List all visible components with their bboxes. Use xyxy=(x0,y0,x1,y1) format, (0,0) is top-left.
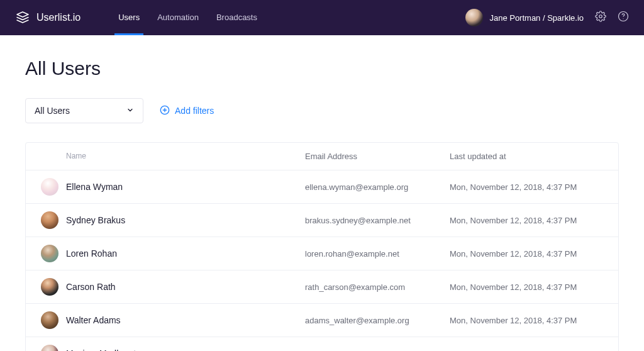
user-avatar xyxy=(41,311,58,329)
segment-dropdown[interactable]: All Users xyxy=(25,98,143,123)
user-avatar xyxy=(41,211,58,229)
filter-bar: All Users Add filters xyxy=(25,98,619,123)
user-updated: Mon, November 12, 2018, 4:37 PM xyxy=(450,182,603,192)
user-updated: Mon, November 12, 2018, 4:37 PM xyxy=(450,282,603,292)
topbar-right: Jane Portman / Sparkle.io xyxy=(465,9,629,26)
current-user-label: Jane Portman / Sparkle.io xyxy=(489,13,584,23)
user-email: ellena.wyman@example.org xyxy=(305,182,450,192)
app-logo[interactable]: Userlist.io xyxy=(15,10,80,25)
segment-dropdown-label: All Users xyxy=(35,106,70,116)
nav-users[interactable]: Users xyxy=(118,0,140,35)
main-content: All Users All Users Add filters xyxy=(0,35,644,351)
nav-automation[interactable]: Automation xyxy=(157,0,199,35)
user-email: loren.rohan@example.net xyxy=(305,249,450,259)
user-email: brakus.sydney@example.net xyxy=(305,216,450,225)
user-avatar xyxy=(41,345,58,351)
current-user-menu[interactable]: Jane Portman / Sparkle.io xyxy=(465,9,584,26)
gear-icon xyxy=(595,11,606,25)
table-row[interactable]: Sydney Brakus brakus.sydney@example.net … xyxy=(26,204,618,237)
table-header: Name Email Address Last updated at xyxy=(26,143,618,170)
user-updated: Mon, November 12, 2018, 4:37 PM xyxy=(450,349,603,352)
user-avatar xyxy=(41,278,58,296)
stack-icon xyxy=(15,10,30,25)
user-name: Sydney Brakus xyxy=(66,215,305,225)
add-filters-button[interactable]: Add filters xyxy=(160,105,214,117)
svg-point-0 xyxy=(599,15,602,18)
user-email: rath_carson@example.com xyxy=(305,282,450,292)
user-name: Walter Adams xyxy=(66,315,305,325)
column-header-updated[interactable]: Last updated at xyxy=(450,152,603,161)
help-icon xyxy=(618,11,629,25)
help-button[interactable] xyxy=(618,11,629,25)
table-row[interactable]: Maximo Medhurst maximo_medhurst@example.… xyxy=(26,337,618,351)
nav-broadcasts[interactable]: Broadcasts xyxy=(216,0,257,35)
user-email: adams_walter@example.org xyxy=(305,316,450,325)
chevron-down-icon xyxy=(126,106,134,116)
svg-point-2 xyxy=(623,18,623,19)
user-updated: Mon, November 12, 2018, 4:37 PM xyxy=(450,316,603,325)
user-avatar xyxy=(41,245,58,262)
settings-button[interactable] xyxy=(595,11,606,25)
user-name: Maximo Medhurst xyxy=(66,348,305,351)
topbar: Userlist.io Users Automation Broadcasts … xyxy=(0,0,644,35)
user-email: maximo_medhurst@example.com xyxy=(305,349,450,352)
user-name: Carson Rath xyxy=(66,282,305,292)
current-user-avatar xyxy=(465,9,483,26)
user-name: Loren Rohan xyxy=(66,248,305,259)
user-name: Ellena Wyman xyxy=(66,182,305,192)
table-row[interactable]: Ellena Wyman ellena.wyman@example.org Mo… xyxy=(26,170,618,204)
table-row[interactable]: Loren Rohan loren.rohan@example.net Mon,… xyxy=(26,237,618,270)
user-updated: Mon, November 12, 2018, 4:37 PM xyxy=(450,249,603,259)
users-table: Name Email Address Last updated at Ellen… xyxy=(25,142,619,351)
column-header-name[interactable]: Name xyxy=(66,152,305,161)
page-title: All Users xyxy=(25,58,619,79)
plus-circle-icon xyxy=(160,105,170,117)
user-updated: Mon, November 12, 2018, 4:37 PM xyxy=(450,216,603,225)
column-header-email[interactable]: Email Address xyxy=(305,152,450,161)
brand-name: Userlist.io xyxy=(36,12,80,23)
table-row[interactable]: Carson Rath rath_carson@example.com Mon,… xyxy=(26,270,618,304)
add-filters-label: Add filters xyxy=(175,106,214,116)
top-nav: Users Automation Broadcasts xyxy=(118,0,257,35)
user-avatar xyxy=(41,178,58,196)
table-row[interactable]: Walter Adams adams_walter@example.org Mo… xyxy=(26,304,618,337)
